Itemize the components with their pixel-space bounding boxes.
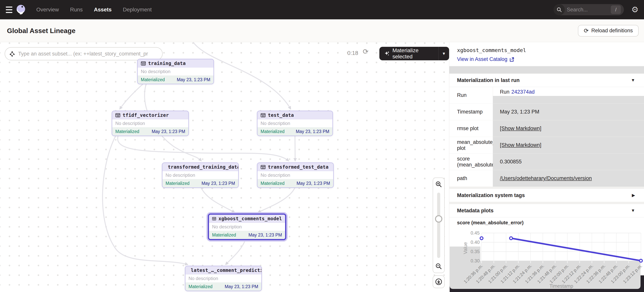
- materialize-dropdown-caret[interactable]: ▼: [438, 47, 449, 60]
- asset-status: Materialized: [260, 181, 284, 186]
- page-title: Global Asset Lineage: [7, 27, 76, 35]
- row-label: Timestamp: [449, 104, 493, 120]
- catalog-link-label: View in Asset Catalog: [457, 56, 508, 62]
- reload-definitions-label: Reload definitions: [591, 28, 633, 34]
- chevron-down-icon[interactable]: ▼: [631, 208, 635, 213]
- asset-status: Materialized: [115, 129, 139, 134]
- zoom-slider[interactable]: [433, 191, 444, 260]
- section-system-tags[interactable]: Materialization system tags ▶: [449, 189, 644, 202]
- search-shortcut-badge: /: [611, 6, 621, 14]
- row-label: Run: [449, 87, 493, 103]
- show-markdown-link[interactable]: [Show Markdown]: [500, 142, 542, 148]
- refresh-timer: 0:18: [347, 50, 358, 56]
- section-title: Metadata plots: [457, 208, 494, 214]
- search-input[interactable]: [567, 7, 605, 13]
- page-header: Global Asset Lineage ⟳ Reload definition…: [0, 19, 644, 42]
- asset-timestamp[interactable]: May 23, 1:23 PM: [248, 232, 282, 238]
- asset-status: Materialized: [166, 181, 190, 186]
- asset-subset-filter[interactable]: [5, 47, 163, 60]
- asset-timestamp[interactable]: May 23, 1:23 PM: [296, 129, 329, 134]
- show-markdown-link[interactable]: [Show Markdown]: [500, 126, 542, 132]
- table-icon: [212, 216, 216, 221]
- loading-skeleton-band: [449, 66, 644, 74]
- asset-node-xgboost-comments-model[interactable]: xgboost_comments_model No description Ma…: [208, 213, 286, 240]
- section-metadata-plots[interactable]: Metadata plots ▼: [449, 204, 644, 217]
- section-spacer: [449, 202, 644, 204]
- row-label: rmse plot: [449, 120, 493, 137]
- asset-timestamp[interactable]: May 23, 1:23 PM: [177, 77, 210, 82]
- asset-timestamp[interactable]: May 23, 1:23 PM: [296, 181, 330, 186]
- row-label: path: [449, 170, 493, 187]
- nav-tab-deployment[interactable]: Deployment: [123, 7, 152, 13]
- asset-node-training-data[interactable]: training_data No description Materialize…: [137, 59, 214, 84]
- asset-node-transformed-training-data[interactable]: transformed_training_data No description…: [162, 162, 239, 188]
- asset-status: Materialized: [212, 232, 236, 238]
- reload-definitions-button[interactable]: ⟳ Reload definitions: [578, 25, 638, 37]
- row-label: score (mean_absolute_error): [449, 154, 493, 170]
- view-in-asset-catalog-link[interactable]: View in Asset Catalog: [457, 56, 636, 62]
- row-label: mean_absolute_error plot: [449, 137, 493, 153]
- svg-text:0.40: 0.40: [470, 240, 480, 245]
- table-icon: [115, 113, 120, 118]
- chevron-right-icon[interactable]: ▶: [632, 193, 635, 198]
- nav-tab-runs[interactable]: Runs: [70, 7, 83, 13]
- settings-gear-icon[interactable]: ⚙: [631, 6, 638, 14]
- edge-transformed-test-to-xgboost: [258, 187, 295, 212]
- table-row-score: score (mean_absolute_error) 0.300855: [449, 154, 644, 170]
- asset-node-test-data[interactable]: test_data No description MaterializedMay…: [257, 111, 333, 136]
- asset-status: Materialized: [188, 284, 212, 289]
- top-nav: Overview Runs Assets Deployment / ⚙: [0, 0, 644, 19]
- asset-name: tfidf_vectorizer: [123, 113, 169, 118]
- section-title: Materialization in last run: [457, 77, 520, 83]
- asset-node-transformed-test-data[interactable]: transformed_test_data No description Mat…: [257, 162, 334, 188]
- hamburger-menu-icon[interactable]: [0, 0, 14, 19]
- section-materialization-last-run[interactable]: Materialization in last run ▼: [449, 74, 644, 87]
- table-icon: [260, 113, 266, 118]
- nav-tab-overview[interactable]: Overview: [36, 7, 59, 13]
- asset-name: training_data: [148, 61, 186, 66]
- table-row-rmse-plot: rmse plot [Show Markdown]: [449, 120, 644, 137]
- asset-description: No description: [138, 68, 214, 76]
- row-value: 0.300855: [493, 154, 644, 170]
- zoom-in-icon: [435, 181, 442, 188]
- nav-tab-assets[interactable]: Assets: [94, 7, 112, 13]
- asset-node-latest-comment-predictions[interactable]: latest_…_comment_predictions No descript…: [185, 266, 262, 291]
- run-id-link[interactable]: 242374ad: [512, 89, 535, 95]
- asset-subset-input[interactable]: [18, 51, 153, 57]
- asset-name: transformed_training_data: [168, 164, 239, 170]
- materialization-metadata-table: Run Run 242374ad Timestamp May 23, 1:23 …: [449, 87, 644, 187]
- asset-timestamp[interactable]: May 23, 1:23 PM: [202, 181, 235, 186]
- asset-timestamp[interactable]: May 23, 1:23 PM: [225, 284, 258, 289]
- x-axis-label: Timestamp: [550, 283, 573, 289]
- asset-lineage-graph[interactable]: 0:18 ⟳ Materialize selected ▼ training_d…: [0, 42, 449, 292]
- zoom-slider-handle[interactable]: [435, 215, 442, 223]
- asset-details-panel: xgboost_comments_model View in Asset Cat…: [449, 42, 644, 292]
- zoom-in-button[interactable]: [433, 178, 444, 191]
- edge-tfidf-to-transformed-test: [118, 135, 288, 161]
- asset-timestamp[interactable]: May 23, 1:23 PM: [152, 129, 185, 134]
- section-spacer: [449, 187, 644, 189]
- table-row-timestamp: Timestamp May 23, 1:23 PM: [449, 104, 644, 120]
- asset-description: No description: [209, 223, 285, 231]
- asset-node-tfidf-vectorizer[interactable]: tfidf_vectorizer No description Material…: [112, 111, 189, 136]
- dagster-logo-icon[interactable]: [16, 4, 26, 15]
- materialize-selected-button[interactable]: Materialize selected ▼: [379, 47, 449, 60]
- sparkle-icon: [384, 51, 390, 57]
- path-link[interactable]: /Users/odetteharary/Documents/version: [500, 175, 592, 181]
- table-row-path: path /Users/odetteharary/Documents/versi…: [449, 170, 644, 187]
- asset-description: No description: [258, 171, 333, 179]
- run-prefix: Run: [500, 89, 510, 95]
- zoom-out-button[interactable]: [433, 260, 444, 273]
- global-search[interactable]: /: [554, 4, 624, 15]
- reload-icon: ⟳: [584, 28, 588, 34]
- nav-tabs: Overview Runs Assets Deployment: [36, 7, 152, 13]
- asset-status: Materialized: [141, 77, 165, 82]
- chevron-down-icon[interactable]: ▼: [631, 78, 635, 83]
- metadata-plot-title: score (mean_absolute_error): [449, 217, 644, 228]
- y-axis-label: Value: [462, 242, 468, 254]
- refresh-icon[interactable]: ⟳: [363, 48, 368, 56]
- svg-text:0.30: 0.30: [470, 258, 480, 263]
- panel-asset-title: xgboost_comments_model: [457, 47, 636, 53]
- svg-text:0.35: 0.35: [470, 249, 480, 254]
- download-graph-button[interactable]: [433, 275, 445, 288]
